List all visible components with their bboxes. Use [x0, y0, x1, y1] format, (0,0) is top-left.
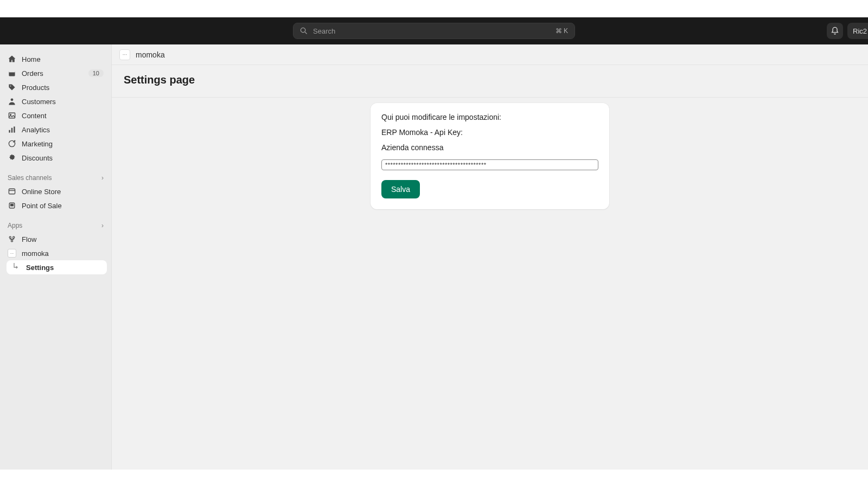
main-area: Home Orders 10 Products Customers Conten…	[0, 44, 868, 470]
user-label: Ric2	[853, 27, 867, 35]
notifications-button[interactable]	[827, 23, 843, 39]
sidebar-item-label: Online Store	[22, 188, 104, 196]
image-icon	[8, 111, 16, 120]
search-placeholder: Search	[313, 27, 556, 35]
flow-icon	[8, 235, 16, 243]
topbar-right: Ric2	[827, 23, 868, 39]
sidebar-item-label: momoka	[22, 249, 104, 258]
sidebar-item-analytics[interactable]: Analytics	[4, 123, 107, 137]
sidebar: Home Orders 10 Products Customers Conten…	[0, 44, 111, 470]
card-container: Qui puoi modificare le impostazioni: ERP…	[112, 98, 868, 209]
sidebar-item-label: Content	[22, 112, 104, 120]
sidebar-item-label: Discounts	[22, 154, 104, 162]
svg-point-4	[10, 86, 11, 87]
svg-point-0	[301, 28, 305, 32]
svg-point-5	[11, 98, 14, 101]
chevron-right-icon: ›	[101, 222, 104, 229]
section-label: Sales channels	[8, 174, 52, 182]
svg-rect-8	[9, 130, 10, 133]
svg-point-16	[13, 236, 15, 238]
sidebar-item-momoka[interactable]: ··· momoka	[4, 246, 107, 260]
section-label: Apps	[8, 222, 22, 229]
breadcrumb: ··· momoka	[112, 44, 868, 65]
svg-point-17	[11, 240, 12, 242]
user-menu[interactable]: Ric2	[847, 23, 868, 39]
sidebar-item-home[interactable]: Home	[4, 52, 107, 66]
sidebar-item-discounts[interactable]: Discounts	[4, 151, 107, 165]
target-icon	[8, 139, 16, 148]
chevron-right-icon: ›	[101, 174, 104, 182]
sidebar-item-label: Marketing	[22, 140, 104, 148]
svg-point-7	[10, 114, 11, 115]
store-icon	[8, 187, 16, 196]
search-input[interactable]: Search ⌘ K	[293, 23, 575, 39]
sidebar-item-flow[interactable]: Flow	[4, 232, 107, 246]
section-sales-channels[interactable]: Sales channels ›	[4, 171, 107, 184]
settings-intro: Qui puoi modificare le impostazioni:	[381, 113, 598, 121]
tree-branch-icon	[12, 263, 21, 272]
orders-badge: 10	[88, 69, 104, 77]
sidebar-subitem-label: Settings	[26, 264, 54, 272]
analytics-icon	[8, 125, 16, 134]
sidebar-item-label: Home	[22, 55, 104, 63]
search-shortcut: ⌘ K	[556, 27, 568, 35]
sidebar-item-pos[interactable]: Point of Sale	[4, 198, 107, 213]
discount-icon	[8, 153, 16, 162]
svg-rect-3	[9, 71, 15, 72]
api-key-input[interactable]	[381, 159, 598, 170]
sidebar-item-marketing[interactable]: Marketing	[4, 137, 107, 151]
svg-rect-14	[11, 204, 14, 206]
orders-icon	[8, 69, 16, 78]
topbar: Search ⌘ K Ric2	[0, 17, 868, 44]
tag-icon	[8, 83, 16, 92]
sidebar-item-label: Orders	[22, 69, 83, 78]
page-title: Settings page	[112, 65, 868, 98]
svg-line-1	[305, 32, 307, 34]
sidebar-item-label: Products	[22, 84, 104, 92]
search-icon	[300, 27, 308, 35]
api-key-label: ERP Momoka - Api Key:	[381, 128, 598, 137]
sidebar-subitem-settings[interactable]: Settings	[7, 260, 107, 274]
pos-icon	[8, 201, 16, 210]
sidebar-item-label: Flow	[22, 235, 104, 243]
svg-rect-12	[9, 189, 15, 194]
svg-rect-10	[14, 126, 15, 132]
svg-rect-9	[11, 128, 12, 133]
section-apps[interactable]: Apps ›	[4, 219, 107, 232]
sidebar-item-customers[interactable]: Customers	[4, 94, 107, 108]
save-button[interactable]: Salva	[381, 180, 420, 198]
momoka-icon: ···	[8, 249, 16, 258]
home-icon	[8, 55, 16, 63]
company-label: Azienda connessa	[381, 143, 598, 152]
content: ··· momoka Settings page Qui puoi modifi…	[111, 44, 868, 470]
sidebar-item-orders[interactable]: Orders 10	[4, 66, 107, 80]
app-icon: ···	[119, 49, 130, 60]
bottom-spacer	[0, 470, 868, 488]
sidebar-item-products[interactable]: Products	[4, 80, 107, 94]
person-icon	[8, 97, 16, 106]
sidebar-item-label: Customers	[22, 98, 104, 106]
settings-card: Qui puoi modificare le impostazioni: ERP…	[371, 103, 609, 209]
breadcrumb-label: momoka	[136, 50, 165, 59]
sidebar-item-label: Point of Sale	[22, 202, 104, 210]
sidebar-item-online-store[interactable]: Online Store	[4, 184, 107, 198]
sidebar-item-label: Analytics	[22, 126, 104, 134]
svg-point-15	[9, 236, 11, 238]
sidebar-item-content[interactable]: Content	[4, 108, 107, 123]
bell-icon	[831, 27, 839, 35]
